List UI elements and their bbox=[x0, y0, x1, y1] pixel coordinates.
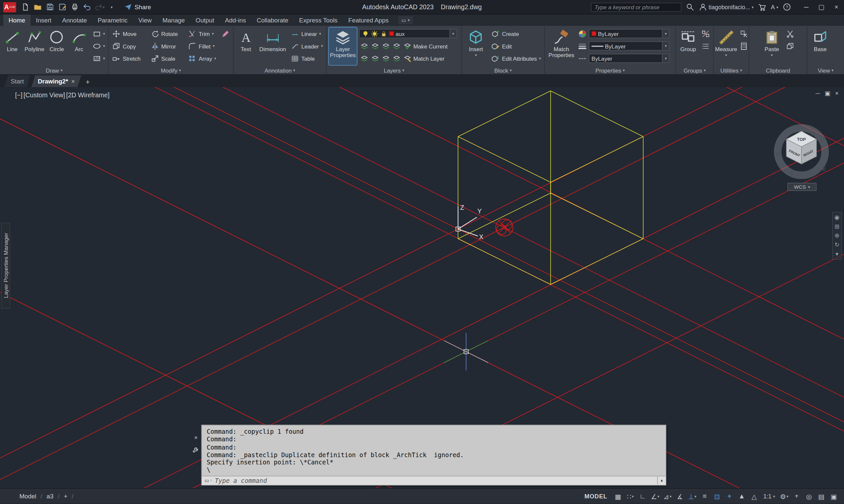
app-store-button[interactable] bbox=[758, 3, 767, 11]
command-options-button[interactable]: ▭ ▾ bbox=[202, 478, 214, 483]
object-snap-toggle[interactable]: ⊥▾ bbox=[687, 490, 699, 502]
layer-properties-manager-palette-tab[interactable]: Layer Properties Manager bbox=[1, 223, 10, 309]
open-file-button[interactable] bbox=[32, 2, 43, 13]
text-button[interactable]: AText bbox=[236, 28, 256, 65]
layer-combo-dropdown[interactable]: ▾ bbox=[449, 30, 457, 38]
command-close-icon[interactable]: × bbox=[192, 434, 200, 441]
clipboard-panel-label[interactable]: Clipboard bbox=[749, 66, 807, 74]
polyline-button[interactable]: Polyline bbox=[24, 28, 45, 65]
navigation-wheel-icon[interactable]: ◉ bbox=[834, 214, 840, 220]
autocad-app-button[interactable]: A CAD bbox=[3, 2, 16, 12]
command-line-window[interactable]: × Command: _copyclip 1 found Command: Co… bbox=[202, 425, 666, 486]
match-properties-button[interactable]: MatchProperties bbox=[547, 28, 576, 65]
orbit-icon[interactable]: ↻ bbox=[834, 242, 839, 248]
isometric-drafting-toggle[interactable]: ⊿▾ bbox=[662, 490, 674, 502]
plot-button[interactable] bbox=[69, 2, 80, 13]
layer-thaw-all-icon[interactable] bbox=[371, 54, 379, 63]
viewport-controls-menu[interactable]: [−] bbox=[15, 91, 22, 99]
compass-east[interactable]: E bbox=[822, 166, 826, 172]
visual-style-menu[interactable]: [2D Wireframe] bbox=[66, 91, 110, 99]
command-input[interactable] bbox=[214, 476, 657, 484]
minimize-button[interactable]: ─ bbox=[799, 0, 814, 14]
trim-button[interactable]: Trim▾ bbox=[187, 28, 218, 40]
file-tab-close-icon[interactable]: × bbox=[71, 78, 75, 85]
layout-a3-tab[interactable]: a3 bbox=[47, 493, 53, 500]
new-drawing-tab-button[interactable]: + bbox=[82, 76, 93, 87]
lineweight-combo[interactable]: ByLayer ▾ bbox=[589, 41, 670, 51]
command-history-expand-button[interactable]: ▴ bbox=[657, 476, 666, 485]
quick-select-button[interactable] bbox=[738, 28, 749, 40]
arc-button[interactable]: Arc bbox=[69, 28, 89, 65]
wcs-menu[interactable]: WCS ▾ bbox=[788, 183, 816, 191]
layer-combo[interactable]: aux ▾ bbox=[359, 29, 457, 38]
zoom-icon[interactable]: ⊕ bbox=[834, 233, 839, 239]
help-search-box[interactable] bbox=[591, 2, 681, 12]
annotation-panel-label[interactable]: Annotation▾ bbox=[234, 66, 326, 74]
undo-button[interactable] bbox=[81, 2, 92, 13]
polar-tracking-toggle[interactable]: ∠▾ bbox=[649, 490, 661, 502]
layer-unlock-icon[interactable] bbox=[382, 54, 390, 63]
file-tab-start[interactable]: Start bbox=[4, 75, 30, 87]
object-snap-tracking-toggle[interactable]: ∡ bbox=[674, 490, 686, 502]
leader-button[interactable]: Leader▾ bbox=[290, 40, 324, 52]
snap-mode-toggle[interactable]: ∷▾ bbox=[624, 490, 636, 502]
block-panel-label[interactable]: Block▾ bbox=[462, 66, 544, 74]
ortho-mode-toggle[interactable]: ∟ bbox=[637, 490, 649, 502]
tab-home[interactable]: Home bbox=[3, 15, 31, 26]
tab-insert[interactable]: Insert bbox=[30, 15, 56, 26]
insert-block-button[interactable]: Insert▾ bbox=[464, 28, 488, 65]
tab-manage[interactable]: Manage bbox=[157, 15, 190, 26]
compass-north[interactable]: N bbox=[811, 131, 815, 137]
edit-block-button[interactable]: Edit bbox=[490, 40, 542, 52]
viewport-restore-icon[interactable]: ▣ bbox=[825, 90, 830, 97]
viewcube[interactable]: N E S W TOP FRONT RIGHT bbox=[776, 128, 826, 176]
cut-button[interactable] bbox=[785, 28, 796, 40]
group-button[interactable]: Group bbox=[678, 28, 698, 65]
help-button[interactable]: ? bbox=[782, 3, 791, 11]
circle-button[interactable]: Circle bbox=[47, 28, 67, 65]
ungroup-button[interactable] bbox=[700, 28, 711, 40]
autoscale-toggle[interactable]: △ bbox=[748, 490, 760, 502]
clean-screen-button[interactable]: ▣ bbox=[828, 490, 840, 502]
erase-button[interactable] bbox=[220, 28, 231, 40]
copy-button[interactable]: Copy bbox=[111, 40, 147, 52]
modify-panel-label[interactable]: Modify▾ bbox=[109, 66, 233, 74]
layer-unisolate-icon[interactable] bbox=[360, 54, 368, 63]
tab-express-tools[interactable]: Express Tools bbox=[294, 15, 343, 26]
utilities-panel-label[interactable]: Utilities▾ bbox=[713, 66, 748, 74]
object-color-icon[interactable] bbox=[578, 29, 587, 38]
workspace-switching-button[interactable]: ⚙▾ bbox=[778, 490, 790, 502]
layer-walk-icon[interactable] bbox=[392, 54, 401, 63]
ribbon-display-toggle[interactable]: ▭ ▾ bbox=[398, 16, 413, 24]
lineweight-display-toggle[interactable]: ≡ bbox=[699, 490, 711, 502]
lineweight-icon[interactable] bbox=[578, 41, 587, 50]
save-button[interactable] bbox=[44, 2, 55, 13]
view-panel-label[interactable]: View▾ bbox=[807, 66, 844, 74]
quick-calc-button[interactable] bbox=[738, 40, 749, 52]
close-button[interactable]: × bbox=[829, 0, 844, 14]
grid-display-toggle[interactable]: ▦ bbox=[612, 490, 624, 502]
tab-view[interactable]: View bbox=[133, 15, 157, 26]
maximize-button[interactable]: ▢ bbox=[814, 0, 829, 14]
annotation-visibility-toggle[interactable]: ▲ bbox=[736, 490, 748, 502]
command-customize-wrench-icon[interactable] bbox=[192, 446, 200, 453]
navbar-more-icon[interactable]: ▾ bbox=[836, 251, 838, 257]
file-tab-drawing2[interactable]: Drawing2* × bbox=[31, 75, 81, 87]
draw-panel-label[interactable]: Draw▾ bbox=[0, 66, 108, 74]
layers-panel-label[interactable]: Layers▾ bbox=[327, 66, 461, 74]
viewport-close-icon[interactable]: × bbox=[835, 90, 838, 97]
view-name-menu[interactable]: [Custom View] bbox=[23, 91, 65, 99]
layer-freeze-icon[interactable] bbox=[382, 41, 390, 50]
match-layer-button[interactable]: Match Layer bbox=[403, 54, 445, 63]
measure-button[interactable]: Measure▾ bbox=[716, 28, 736, 65]
layer-lock-tool-icon[interactable] bbox=[392, 41, 401, 50]
share-button[interactable]: Share bbox=[124, 3, 151, 11]
layer-properties-button[interactable]: LayerProperties bbox=[329, 28, 357, 65]
layer-off-icon[interactable] bbox=[360, 41, 368, 50]
groups-panel-label[interactable]: Groups▾ bbox=[676, 66, 713, 74]
graphics-performance-toggle[interactable]: ▤ bbox=[815, 490, 827, 502]
group-edit-button[interactable] bbox=[700, 40, 711, 52]
viewport-minimize-icon[interactable]: ─ bbox=[815, 90, 820, 97]
model-space-button[interactable]: MODEL bbox=[584, 493, 607, 500]
mirror-button[interactable]: Mirror bbox=[149, 40, 185, 52]
